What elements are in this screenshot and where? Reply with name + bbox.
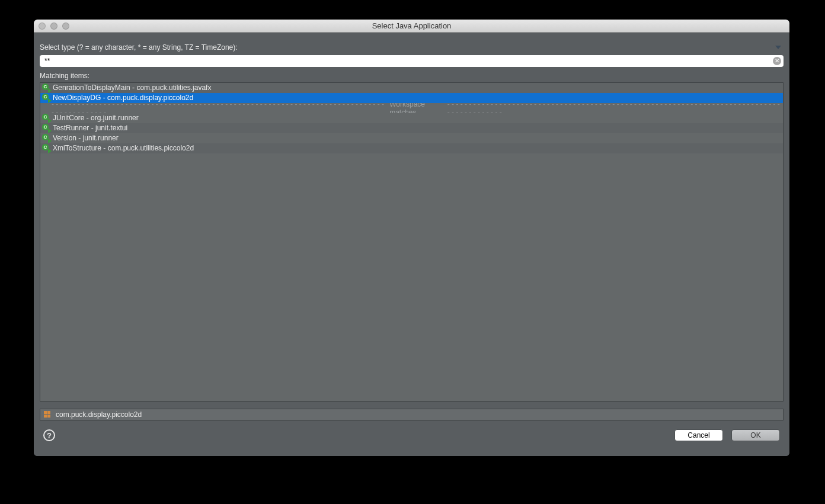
zoom-window-button[interactable] (62, 23, 69, 30)
list-item-label: XmlToStructure - com.puck.utilities.picc… (53, 143, 194, 153)
separator-label: Workspace matches (387, 103, 447, 113)
list-item[interactable]: TestRunner - junit.textui (40, 123, 783, 133)
list-item-label: GenrationToDisplayMain - com.puck.utilit… (53, 83, 211, 93)
java-class-runnable-icon (42, 84, 51, 92)
package-icon (44, 411, 52, 418)
list-item[interactable]: NewDisplayDG - com.puck.display.piccolo2… (40, 93, 783, 103)
workspace-separator: - - - - - - - - - - - - - - - - - - - - … (40, 103, 783, 113)
cancel-button[interactable]: Cancel (674, 429, 723, 441)
list-item-label: JUnitCore - org.junit.runner (53, 113, 139, 123)
status-bar: com.puck.display.piccolo2d (40, 409, 784, 420)
java-class-runnable-icon (42, 114, 51, 123)
list-item[interactable]: Version - junit.runner (40, 133, 783, 143)
dialog-buttons: Cancel OK (674, 429, 780, 441)
matching-items-list[interactable]: GenrationToDisplayMain - com.puck.utilit… (40, 82, 784, 402)
list-item-label: TestRunner - junit.textui (53, 123, 127, 133)
progress-spinner-icon (42, 104, 50, 113)
status-package-label: com.puck.display.piccolo2d (56, 410, 142, 419)
java-class-runnable-icon (42, 94, 51, 102)
window-controls (34, 23, 69, 30)
java-class-runnable-icon (42, 134, 51, 143)
java-class-runnable-icon (42, 144, 51, 153)
list-item[interactable]: GenrationToDisplayMain - com.puck.utilit… (40, 83, 783, 93)
titlebar: Select Java Application (34, 20, 789, 33)
help-icon[interactable]: ? (43, 429, 55, 441)
list-item-label: NewDisplayDG - com.puck.display.piccolo2… (53, 93, 193, 103)
dialog-body: Select type (? = any character, * = any … (34, 33, 789, 456)
close-window-button[interactable] (39, 23, 46, 30)
dialog-window: Select Java Application Select type (? =… (34, 20, 789, 456)
filter-input[interactable] (40, 55, 784, 67)
filter-label-row: Select type (? = any character, * = any … (40, 38, 784, 52)
list-item[interactable]: XmlToStructure - com.puck.utilities.picc… (40, 143, 783, 153)
matching-items-label: Matching items: (40, 72, 784, 80)
dialog-footer: ? Cancel OK (40, 420, 784, 450)
view-menu-icon[interactable] (775, 46, 781, 49)
java-class-runnable-icon (42, 124, 51, 133)
clear-filter-icon[interactable]: ✕ (773, 57, 781, 65)
filter-field-container: ✕ (40, 55, 784, 67)
window-title: Select Java Application (34, 21, 789, 30)
minimize-window-button[interactable] (50, 23, 57, 30)
list-item-label: Version - junit.runner (53, 133, 119, 143)
list-item[interactable]: JUnitCore - org.junit.runner (40, 113, 783, 123)
filter-label: Select type (? = any character, * = any … (40, 43, 238, 52)
ok-button[interactable]: OK (731, 429, 780, 441)
